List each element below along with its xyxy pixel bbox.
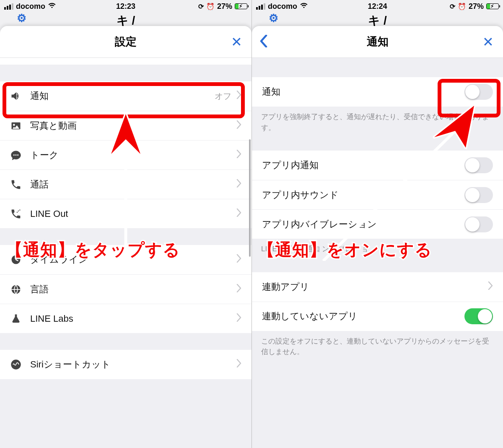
siri-icon — [10, 359, 28, 370]
image-icon — [10, 120, 28, 132]
battery-icon: ⚡︎ — [235, 3, 247, 9]
notification-sheet: 通知 ✕ 通知 アプリを強制終了すると、通知が遅れたり、受信できない場合がありま… — [252, 26, 503, 448]
chat-icon — [10, 149, 28, 161]
status-bar: docomo 12:23 ⟳ ⏰ 27% ⚡︎ — [0, 0, 252, 13]
gear-icon: ⚙︎ — [17, 12, 26, 25]
row-label: 言語 — [30, 283, 236, 296]
battery-percent: 27% — [469, 2, 484, 11]
orientation-lock-icon: ⟳ — [198, 3, 204, 10]
annotation-caption: 【通知】をオンにする — [258, 238, 432, 261]
row-talk[interactable]: トーク — [0, 140, 252, 169]
back-button[interactable] — [259, 35, 268, 49]
toggle-unlinked-apps[interactable]: 連動していないアプリ — [252, 302, 503, 331]
switch[interactable] — [464, 216, 493, 232]
row-label: アプリ内サウンド — [262, 189, 464, 201]
close-button[interactable]: ✕ — [231, 34, 242, 50]
speaker-icon — [10, 90, 28, 102]
alarm-icon: ⏰ — [458, 3, 466, 10]
note-text: この設定をオフにすると、連動していないアプリからのメッセージを受信しません。 — [252, 331, 503, 362]
toggle-notification[interactable]: 通知 — [252, 77, 503, 107]
carrier-label: docomo — [16, 2, 45, 11]
row-label: アプリ内バイブレーション — [262, 218, 464, 231]
gear-icon: ⚙︎ — [269, 12, 278, 25]
flask-icon — [10, 313, 28, 325]
nav-bar: 設定 ✕ — [0, 26, 252, 58]
chevron-icon — [236, 208, 241, 219]
row-label: アプリ内通知 — [262, 159, 464, 172]
phone-right: docomo 12:24 ⟳ ⏰ 27% ⚡︎ ⚙︎ キ / 通知 ✕ 通知 — [252, 0, 503, 448]
close-button[interactable]: ✕ — [482, 34, 494, 50]
row-photos[interactable]: 写真と動画 — [0, 111, 252, 140]
nav-bar: 通知 ✕ — [252, 26, 503, 58]
row-value: オフ — [215, 91, 231, 102]
row-siri[interactable]: Siriショートカット — [0, 350, 252, 379]
signal-icon — [256, 3, 265, 10]
switch[interactable] — [464, 187, 493, 203]
row-label: 通話 — [30, 178, 236, 191]
row-label: 連動していないアプリ — [262, 310, 464, 323]
nav-title: 設定 — [115, 34, 137, 49]
toggle-inapp-sound[interactable]: アプリ内サウンド — [252, 180, 503, 209]
clock-label: 12:24 — [368, 2, 387, 11]
scrollbar[interactable] — [249, 139, 251, 257]
chevron-icon — [236, 313, 241, 324]
row-lineout[interactable]: LINE Out — [0, 199, 252, 228]
orientation-lock-icon: ⟳ — [450, 3, 455, 10]
chevron-icon — [236, 284, 241, 295]
signal-icon — [4, 3, 13, 10]
battery-icon: ⚡︎ — [486, 3, 499, 9]
note-text: アプリを強制終了すると、通知が遅れたり、受信できない場合があります。 — [252, 107, 503, 138]
row-label: 連動アプリ — [262, 281, 488, 293]
row-language[interactable]: 言語 — [0, 274, 252, 304]
nav-title: 通知 — [367, 34, 389, 49]
toggle-inapp-vib[interactable]: アプリ内バイブレーション — [252, 209, 503, 239]
row-label: トーク — [30, 149, 236, 161]
row-label: 通知 — [30, 90, 215, 102]
phone-icon — [10, 179, 28, 190]
clock-label: 12:23 — [116, 2, 135, 11]
row-label: 通知 — [262, 86, 464, 98]
settings-sheet: 設定 ✕ 通知 オフ 写真と動画 トーク — [0, 26, 252, 448]
chevron-icon — [236, 359, 241, 370]
globe-icon — [10, 284, 28, 295]
row-linked-apps[interactable]: 連動アプリ — [252, 272, 503, 302]
chevron-icon — [236, 254, 241, 265]
carrier-label: docomo — [268, 2, 297, 11]
chevron-icon — [236, 120, 241, 131]
switch[interactable] — [464, 157, 493, 173]
status-bar: docomo 12:24 ⟳ ⏰ 27% ⚡︎ — [252, 0, 503, 13]
chevron-icon — [488, 281, 493, 292]
phone-out-icon — [10, 208, 28, 220]
wifi-icon — [48, 2, 56, 11]
row-calls[interactable]: 通話 — [0, 169, 252, 199]
chevron-icon — [236, 91, 241, 102]
row-label: Siriショートカット — [30, 358, 236, 371]
alarm-icon: ⏰ — [206, 3, 215, 10]
row-label: LINE Labs — [30, 313, 236, 324]
chevron-icon — [236, 150, 241, 161]
row-labs[interactable]: LINE Labs — [0, 304, 252, 333]
row-label: 写真と動画 — [30, 120, 236, 132]
annotation-caption: 【通知】をタップする — [6, 238, 180, 261]
switch[interactable] — [464, 308, 493, 324]
wifi-icon — [300, 2, 308, 11]
switch[interactable] — [464, 84, 493, 100]
row-label: LINE Out — [30, 208, 236, 219]
row-notification[interactable]: 通知 オフ — [0, 81, 252, 111]
battery-percent: 27% — [217, 2, 232, 11]
phone-left: docomo 12:23 ⟳ ⏰ 27% ⚡︎ ⚙︎ キ / 設定 ✕ — [0, 0, 252, 448]
toggle-inapp-notif[interactable]: アプリ内通知 — [252, 151, 503, 180]
chevron-icon — [236, 179, 241, 190]
